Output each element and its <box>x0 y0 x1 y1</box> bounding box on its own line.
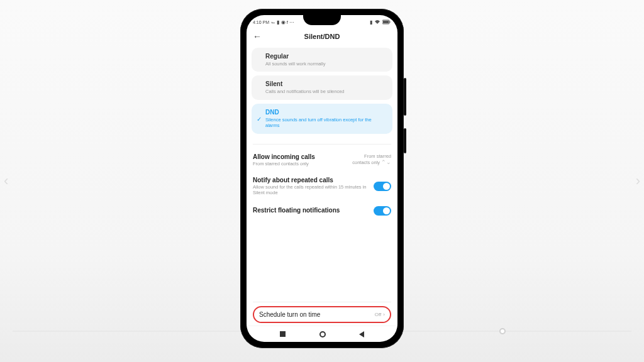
carousel-prev-icon[interactable]: ‹ <box>4 173 8 189</box>
mode-option-silent[interactable]: Silent Calls and notifications will be s… <box>252 75 392 99</box>
phone-frame: 4:10 PM ⌙ ▮ ◉ f ⋯ ▮ ← Silent/DND Regular… <box>240 9 404 348</box>
phone-screen: 4:10 PM ⌙ ▮ ◉ f ⋯ ▮ ← Silent/DND Regular… <box>247 15 397 342</box>
back-button[interactable] <box>359 331 364 337</box>
row-schedule-turn-on[interactable]: Schedule turn on time Off › <box>253 306 391 323</box>
row-label: Schedule turn on time <box>259 311 320 318</box>
mode-desc: Silence sounds and turn off vibration ex… <box>265 117 386 129</box>
row-label: Notify about repeated calls <box>253 177 369 184</box>
check-icon: ✓ <box>257 115 262 122</box>
recents-button[interactable] <box>280 331 286 337</box>
row-value: From starred contacts only⌃⌄ <box>352 153 391 166</box>
back-icon[interactable]: ← <box>253 31 262 41</box>
mode-label: DND <box>265 109 386 116</box>
mode-label: Silent <box>265 80 386 87</box>
row-desc: Allow sound for the calls repeated withi… <box>253 184 369 196</box>
notch <box>303 15 341 25</box>
mode-desc: Calls and notifications will be silenced <box>265 89 386 94</box>
status-time: 4:10 PM <box>253 20 269 25</box>
svg-rect-2 <box>383 21 389 23</box>
side-button <box>404 128 406 153</box>
toggle-restrict-floating[interactable] <box>374 206 391 216</box>
carousel-next-icon[interactable]: › <box>636 173 640 189</box>
row-restrict-floating[interactable]: Restrict floating notifications <box>252 201 392 221</box>
status-left-icons: ⌙ ▮ ◉ f ⋯ <box>271 19 294 25</box>
row-label: Restrict floating notifications <box>253 207 369 214</box>
wifi-icon <box>374 19 380 26</box>
chevron-right-icon: › <box>383 312 385 317</box>
battery-icon <box>382 19 391 26</box>
row-value: Off <box>375 312 382 317</box>
svg-rect-1 <box>389 21 391 23</box>
expand-icon: ⌃⌄ <box>381 159 391 165</box>
android-nav-bar <box>247 326 397 342</box>
mode-option-dnd[interactable]: ✓ DND Silence sounds and turn off vibrat… <box>252 104 392 134</box>
signal-icon: ▮ <box>370 19 372 25</box>
divider <box>253 144 391 145</box>
mode-option-regular[interactable]: Regular All sounds will work normally <box>252 48 392 72</box>
row-repeated-calls[interactable]: Notify about repeated calls Allow sound … <box>252 172 392 201</box>
side-button <box>404 78 406 116</box>
row-desc: From starred contacts only <box>253 161 347 167</box>
home-button[interactable] <box>319 331 326 337</box>
mode-desc: All sounds will work normally <box>265 61 386 67</box>
row-allow-incoming[interactable]: Allow incoming calls From starred contac… <box>252 148 392 172</box>
page-title: Silent/DND <box>304 33 340 40</box>
carousel-progress-knob[interactable] <box>499 328 506 334</box>
row-label: Allow incoming calls <box>253 153 347 160</box>
mode-label: Regular <box>265 53 386 60</box>
toggle-repeated-calls[interactable] <box>374 182 391 191</box>
titlebar: ← Silent/DND <box>247 28 397 48</box>
